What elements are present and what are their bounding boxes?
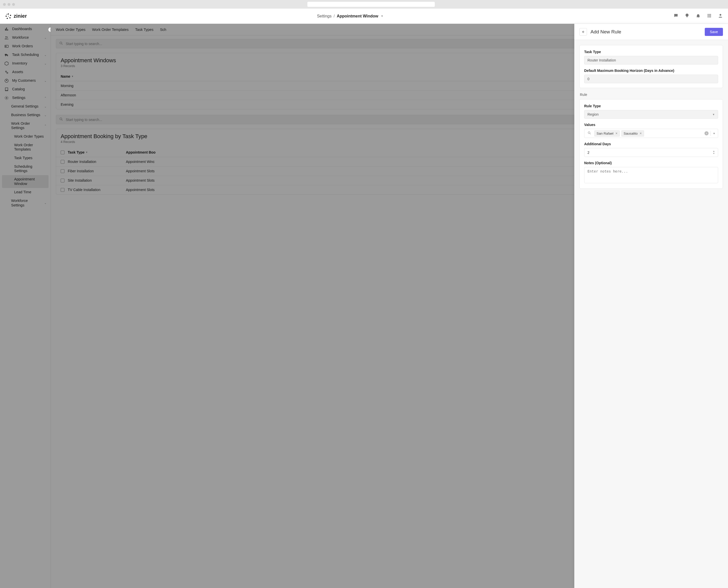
minimize-window-dot[interactable] [7,3,10,6]
svg-rect-13 [708,17,708,17]
svg-rect-12 [710,15,711,16]
user-avatar-icon[interactable] [718,13,723,19]
rule-type-value: Region [588,112,599,117]
lightbulb-icon[interactable] [685,13,689,19]
logo[interactable]: zinier [5,13,27,20]
panel-header: Add New Rule Save [574,24,728,40]
svg-rect-8 [709,14,709,15]
tag-label: Sausalito [624,131,638,135]
panel-body: Task Type Router Installation Default Ma… [574,40,728,588]
task-type-card: Task Type Router Installation Default Ma… [579,45,723,88]
url-bar-container [17,2,725,7]
svg-point-2 [9,17,10,18]
horizon-label: Default Maximum Booking Horizon (Days in… [584,68,718,72]
svg-point-1 [10,15,11,16]
rule-card: Rule Type Region ▼ Values San Rafael × S… [579,99,723,189]
maximize-window-dot[interactable] [12,3,15,6]
tag-sausalito: Sausalito × [621,130,644,136]
stepper-down-icon[interactable]: ▼ [713,152,715,154]
url-bar[interactable] [307,2,435,7]
svg-rect-7 [708,14,708,15]
close-window-dot[interactable] [3,3,6,6]
svg-rect-15 [710,17,711,17]
horizon-input[interactable]: 0 [584,75,718,83]
breadcrumb: Settings / Appointment Window ▼ [27,14,674,19]
separator [710,131,711,136]
values-multiselect[interactable]: San Rafael × Sausalito × × ▼ [584,129,718,138]
values-label: Values [584,123,718,127]
back-button[interactable] [579,28,587,36]
svg-point-0 [8,14,9,15]
remove-tag-icon[interactable]: × [616,131,618,135]
task-type-input[interactable]: Router Installation [584,56,718,64]
additional-days-input[interactable]: 2 ▲ ▼ [584,148,718,157]
breadcrumb-caret-icon[interactable]: ▼ [381,15,383,18]
modal-dim-overlay[interactable] [0,24,574,588]
breadcrumb-current[interactable]: Appointment Window [337,14,378,19]
svg-rect-9 [710,14,711,15]
svg-point-16 [720,14,722,16]
svg-point-3 [7,18,8,19]
svg-point-6 [8,16,8,16]
add-rule-side-panel: Add New Rule Save Task Type Router Insta… [574,24,728,588]
task-type-label: Task Type [584,50,718,54]
arrow-left-icon [581,30,585,34]
rule-section-label: Rule [579,92,723,97]
svg-rect-11 [709,15,709,16]
apps-grid-icon[interactable] [707,13,712,19]
remove-tag-icon[interactable]: × [640,131,642,135]
logo-mark-icon [5,13,12,20]
logo-text: zinier [14,13,27,19]
number-spinner[interactable]: ▲ ▼ [713,150,715,154]
additional-days-label: Additional Days [584,142,718,146]
notes-textarea[interactable] [584,167,718,183]
app-header: zinier Settings / Appointment Window ▼ [0,8,728,24]
chevron-down-icon[interactable]: ▼ [713,132,715,135]
rule-type-label: Rule Type [584,104,718,108]
svg-rect-14 [709,17,709,17]
window-controls [3,3,15,6]
chevron-down-icon: ▼ [712,113,715,116]
stepper-up-icon[interactable]: ▲ [713,150,715,152]
svg-point-38 [588,132,590,134]
tag-san-rafael: San Rafael × [594,130,620,136]
search-icon [586,130,593,136]
header-icons [674,13,723,19]
bell-icon[interactable] [696,13,701,19]
browser-chrome [0,0,728,8]
save-button[interactable]: Save [705,28,723,36]
notes-label: Notes (Optional) [584,161,718,165]
breadcrumb-parent[interactable]: Settings [317,14,332,19]
svg-point-5 [6,14,7,15]
breadcrumb-separator: / [334,14,335,19]
svg-line-39 [590,133,591,134]
svg-point-4 [5,16,6,17]
rule-type-select[interactable]: Region ▼ [584,110,718,119]
svg-rect-10 [708,15,708,16]
clear-all-tags-icon[interactable]: × [705,131,708,135]
tag-label: San Rafael [597,131,614,135]
panel-title: Add New Rule [591,29,701,35]
additional-days-value: 2 [588,150,590,154]
chat-icon[interactable] [674,13,679,19]
